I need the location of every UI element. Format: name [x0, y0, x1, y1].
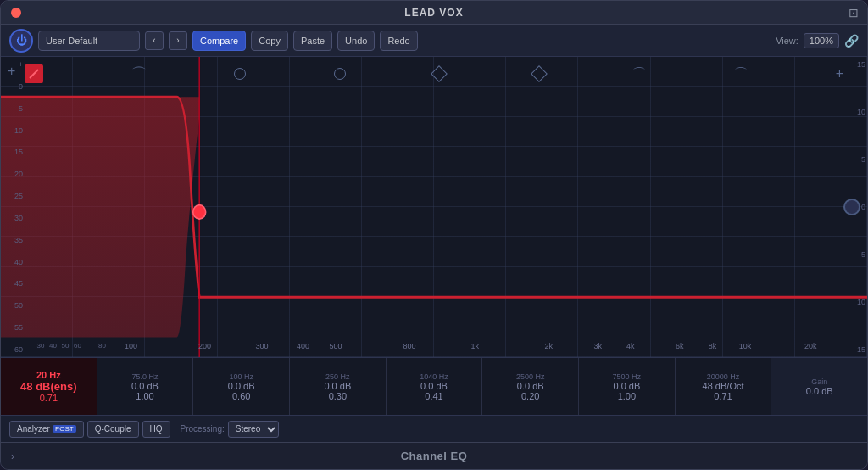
x-30: 30 — [36, 342, 44, 350]
band7-q: 1.00 — [618, 391, 636, 401]
band7-freq-label: 7500 Hz — [613, 372, 642, 381]
copy-button[interactable]: Copy — [251, 31, 288, 51]
x-6k: 6k — [676, 342, 684, 350]
band4-q: 0.30 — [329, 391, 347, 401]
x-8k: 8k — [709, 342, 717, 350]
prev-button[interactable]: ‹ — [145, 31, 164, 50]
x-60: 60 — [74, 342, 81, 350]
band4-freq-label: 250 Hz — [326, 372, 350, 381]
band8-db: 48 dB/Oct — [703, 381, 744, 391]
x-500: 500 — [330, 342, 342, 350]
analyzer-button[interactable]: Analyzer POST — [9, 421, 84, 438]
output-knob[interactable] — [843, 199, 860, 215]
band8-q: 0.71 — [714, 391, 732, 401]
close-button[interactable] — [11, 8, 21, 18]
expand-icon[interactable]: ⊡ — [849, 6, 859, 20]
band1-db: 48 dB(ens) — [20, 380, 76, 393]
band5-db: 0.0 dB — [420, 381, 448, 391]
power-button[interactable]: ⏻ — [9, 29, 33, 53]
band3-freq-label: 100 Hz — [229, 372, 253, 381]
svg-point-1 — [193, 205, 206, 220]
view-label: View: — [776, 36, 798, 46]
toolbar: ⏻ User Default ‹ › Compare Copy Paste Un… — [1, 25, 867, 57]
preset-select[interactable]: User Default — [38, 31, 140, 51]
band3-params[interactable]: 100 Hz 0.0 dB 0.60 — [193, 358, 290, 415]
band4-params[interactable]: 250 Hz 0.0 dB 0.30 — [290, 358, 387, 415]
analyzer-badge: POST — [53, 425, 76, 433]
band3-q: 0.60 — [232, 391, 250, 401]
band6-freq-label: 2500 Hz — [516, 372, 545, 381]
x-800: 800 — [403, 342, 416, 350]
band6-q: 0.20 — [521, 391, 539, 401]
x-20k: 20k — [804, 342, 817, 350]
gain-value: 0.0 dB — [806, 386, 833, 396]
x-200: 200 — [198, 342, 211, 350]
band1-freq: 20 Hz — [36, 370, 61, 380]
x-2k: 2k — [544, 342, 553, 350]
band5-q: 0.41 — [425, 391, 442, 401]
band6-db: 0.0 dB — [517, 381, 544, 391]
bottom-controls: Analyzer POST Q-Couple HQ Processing: St… — [1, 415, 867, 442]
band2-freq-label: 75.0 Hz — [131, 372, 158, 381]
footer-title: Channel EQ — [401, 450, 468, 462]
processing-select[interactable]: Stereo — [228, 421, 279, 438]
band2-db: 0.0 dB — [131, 381, 159, 391]
traffic-lights — [11, 8, 21, 18]
compare-button[interactable]: Compare — [192, 31, 246, 51]
paste-button[interactable]: Paste — [293, 31, 332, 51]
x-40: 40 — [49, 342, 57, 350]
band6-params[interactable]: 2500 Hz 0.0 dB 0.20 — [482, 358, 579, 415]
gain-label: Gain — [811, 378, 827, 386]
band8-freq-label: 20000 Hz — [707, 372, 740, 381]
band-params: 20 Hz 48 dB(ens) 0.71 75.0 Hz 0.0 dB 1.0… — [1, 357, 867, 415]
view-value[interactable]: 100% — [804, 33, 839, 48]
x-300: 300 — [256, 342, 269, 350]
band5-freq-label: 1040 Hz — [420, 372, 448, 381]
eq-canvas[interactable]: ⌒ ⌒ ⌒ + + + — [1, 57, 867, 357]
band7-db: 0.0 dB — [613, 381, 640, 391]
title-bar: LEAD VOX ⊡ — [1, 1, 867, 25]
analyzer-label: Analyzer — [17, 424, 50, 434]
eq-curve-svg — [1, 57, 867, 357]
x-100: 100 — [125, 342, 137, 350]
footer: › Channel EQ — [1, 442, 867, 469]
x-1k: 1k — [471, 342, 480, 350]
band7-params[interactable]: 7500 Hz 0.0 dB 1.00 — [579, 358, 676, 415]
window-title: LEAD VOX — [404, 7, 463, 19]
band2-q: 1.00 — [136, 391, 153, 401]
link-icon[interactable]: 🔗 — [844, 34, 859, 48]
plugin-window: LEAD VOX ⊡ ⏻ User Default ‹ › Compare Co… — [0, 0, 868, 470]
band5-params[interactable]: 1040 Hz 0.0 dB 0.41 — [387, 358, 483, 415]
x-3k: 3k — [593, 342, 602, 350]
band3-db: 0.0 dB — [228, 381, 255, 391]
undo-button[interactable]: Undo — [337, 31, 375, 51]
band2-params[interactable]: 75.0 Hz 0.0 dB 1.00 — [97, 358, 194, 415]
add-band-left[interactable]: + — [8, 64, 15, 79]
gain-params[interactable]: Gain 0.0 dB — [771, 358, 867, 415]
x-4k: 4k — [626, 342, 635, 350]
band1-q: 0.71 — [40, 393, 58, 403]
x-400: 400 — [297, 342, 309, 350]
redo-button[interactable]: Redo — [380, 31, 417, 51]
x-axis: 100 200 300 400 500 800 1k 2k 3k 4k 6k 8… — [25, 342, 843, 357]
eq-area: ⌒ ⌒ ⌒ + + + — [1, 57, 867, 442]
x-80: 80 — [98, 342, 106, 350]
band4-db: 0.0 dB — [324, 381, 351, 391]
q-couple-button[interactable]: Q-Couple — [87, 421, 139, 438]
band8-params[interactable]: 20000 Hz 48 dB/Oct 0.71 — [676, 358, 772, 415]
next-button[interactable]: › — [169, 31, 187, 50]
processing-label: Processing: — [181, 424, 225, 434]
band1-params[interactable]: 20 Hz 48 dB(ens) 0.71 — [1, 358, 97, 415]
footer-arrow[interactable]: › — [11, 450, 14, 462]
x-50: 50 — [61, 342, 69, 350]
hq-button[interactable]: HQ — [142, 421, 170, 438]
x-10k: 10k — [739, 342, 752, 350]
